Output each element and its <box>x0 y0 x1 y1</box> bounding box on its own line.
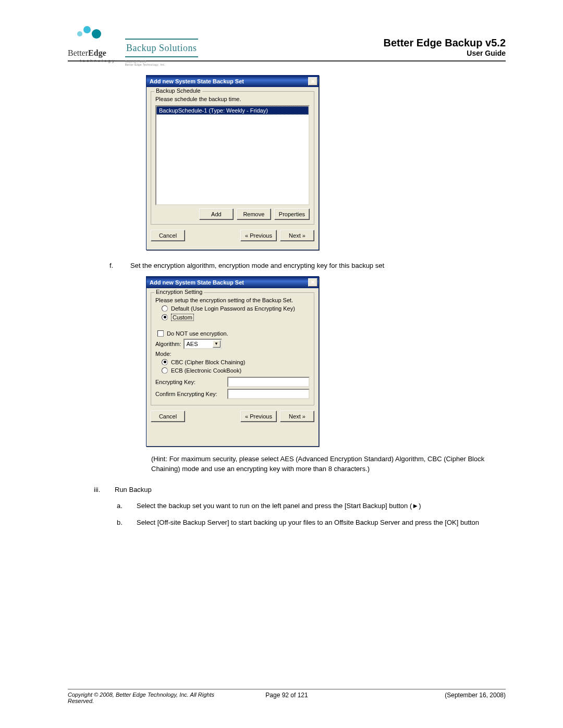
radio-default-label: Default (Use Login Password as Encryptin… <box>171 305 295 312</box>
mode-label: Mode: <box>155 351 172 357</box>
step-iii-a: a. Select the backup set you want to run… <box>117 501 506 511</box>
backup-solutions-logo: Backup Solutions Copyright 2008 Better E… <box>125 39 198 57</box>
previous-button[interactable]: « Previous <box>240 411 277 422</box>
logo-area: BetterEdge technology Backup Solutions C… <box>68 26 198 57</box>
dialog2-title: Add new System State Backup Set <box>150 279 244 286</box>
header-right: Better Edge Backup v5.2 User Guide <box>383 37 506 57</box>
brand-tagline: technology <box>80 58 116 63</box>
chevron-down-icon[interactable]: ▼ <box>213 340 221 348</box>
step-iii-b-marker: b. <box>117 517 127 528</box>
next-button[interactable]: Next » <box>280 411 314 422</box>
step-iii-b-text: Select [Off-site Backup Server] to start… <box>137 517 479 528</box>
radio-custom-label: Custom <box>171 314 194 321</box>
encrypting-key-label: Encrypting Key: <box>155 379 225 385</box>
footer-copyright: Copyright © 2008, Better Edge Technology… <box>68 692 240 704</box>
checkbox-no-encryption-label: Do NOT use encryption. <box>167 330 228 337</box>
checkbox-no-encryption[interactable] <box>157 330 164 337</box>
step-iii-a-text: Select the backup set you want to run on… <box>137 501 421 511</box>
close-icon[interactable]: ✕ <box>308 77 317 85</box>
step-iii-text: Run Backup <box>115 485 152 495</box>
encryption-legend: Encryption Setting <box>154 289 204 295</box>
step-f: f. Set the encryption algorithm, encrypt… <box>109 261 506 271</box>
page-header: BetterEdge technology Backup Solutions C… <box>68 26 506 61</box>
encryption-instruction: Please setup the encryption setting of t… <box>155 297 310 303</box>
brand-better: Better <box>68 48 88 57</box>
step-iii-b: b. Select [Off-site Backup Server] to st… <box>117 517 506 528</box>
page-footer: Copyright © 2008, Better Edge Technology… <box>68 689 506 704</box>
step-iii-marker: iii. <box>94 485 105 495</box>
encrypting-key-field[interactable] <box>227 377 310 387</box>
dialog1-title: Add new System State Backup Set <box>150 78 244 84</box>
next-button[interactable]: Next » <box>280 230 314 241</box>
page: BetterEdge technology Backup Solutions C… <box>0 0 563 728</box>
step-f-text: Set the encryption algorithm, encryption… <box>130 261 384 271</box>
radio-mode-ecb[interactable] <box>162 367 168 374</box>
confirm-key-field[interactable] <box>227 389 310 399</box>
dialog-backup-schedule: Add new System State Backup Set ✕ Backup… <box>146 75 319 250</box>
schedule-list-item[interactable]: BackupSchedule-1 (Type: Weekly - Friday) <box>156 106 309 115</box>
brand-edge: Edge <box>88 48 106 57</box>
remove-button[interactable]: Remove <box>237 208 271 220</box>
hint-text: (Hint: For maximum security, please sele… <box>151 454 506 474</box>
betteredge-logo: BetterEdge technology <box>68 26 115 57</box>
product-title: Better Edge Backup v5.2 <box>383 37 506 49</box>
algorithm-value: AES <box>187 341 198 347</box>
properties-button[interactable]: Properties <box>274 208 310 220</box>
body-area: Add new System State Backup Set ✕ Backup… <box>68 61 506 527</box>
backup-schedule-instruction: Please schedule the backup time. <box>155 96 310 102</box>
radio-mode-ecb-label: ECB (Electronic CookBook) <box>171 367 241 374</box>
previous-button[interactable]: « Previous <box>240 230 277 241</box>
encryption-group: Encryption Setting Please setup the encr… <box>151 292 314 405</box>
cancel-button[interactable]: Cancel <box>151 230 185 241</box>
footer-page: Page 92 of 121 <box>240 692 334 704</box>
close-icon[interactable]: ✕ <box>308 278 317 287</box>
schedule-list[interactable]: BackupSchedule-1 (Type: Weekly - Friday) <box>155 105 310 205</box>
backup-schedule-legend: Backup Schedule <box>154 88 202 94</box>
step-iii-a-marker: a. <box>117 501 127 511</box>
radio-custom[interactable] <box>162 314 168 320</box>
step-iii: iii. Run Backup <box>94 485 506 495</box>
radio-default[interactable] <box>162 305 168 312</box>
step-f-marker: f. <box>109 261 121 271</box>
confirm-key-label: Confirm Encrypting Key: <box>155 391 225 397</box>
dialog1-titlebar: Add new System State Backup Set ✕ <box>146 76 319 87</box>
dialog2-titlebar: Add new System State Backup Set ✕ <box>146 277 319 288</box>
cancel-button[interactable]: Cancel <box>151 411 185 422</box>
dialog-encryption: Add new System State Backup Set ✕ Encryp… <box>146 276 319 447</box>
footer-date: (September 16, 2008) <box>334 692 506 704</box>
algorithm-label: Algorithm: <box>155 341 181 347</box>
radio-mode-cbc-label: CBC (Cipher Block Chaining) <box>171 359 245 365</box>
product-subtitle: User Guide <box>383 49 506 57</box>
backup-schedule-group: Backup Schedule Please schedule the back… <box>151 91 314 225</box>
algorithm-select[interactable]: AES ▼ <box>183 339 222 349</box>
add-button[interactable]: Add <box>199 208 234 220</box>
radio-mode-cbc[interactable] <box>162 359 168 365</box>
